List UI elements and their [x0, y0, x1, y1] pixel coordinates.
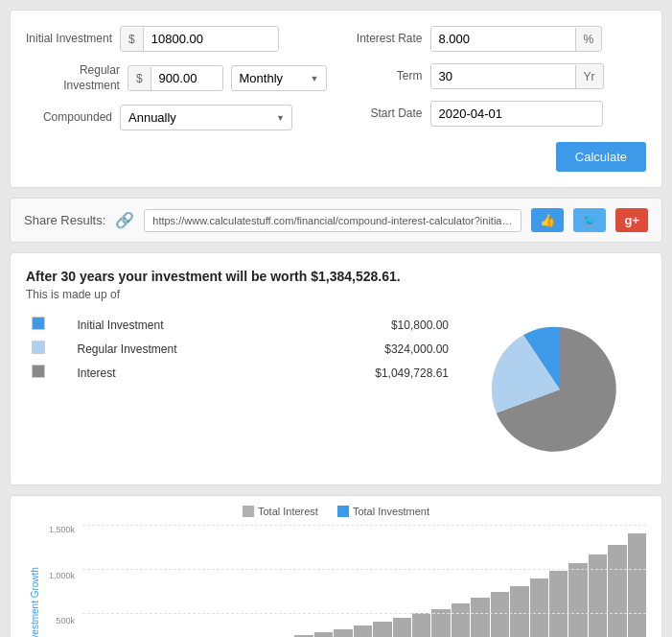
bar-group: [589, 554, 607, 637]
results-headline: After 30 years your investment will be w…: [26, 269, 646, 284]
bar-group: [568, 563, 587, 637]
share-url[interactable]: https://www.calculatestuff.com/financial…: [144, 209, 521, 232]
interest-rate-suffix: %: [575, 28, 602, 51]
bar-interest: [471, 598, 489, 637]
frequency-select-wrap: Monthly Weekly Fortnightly Yearly: [231, 65, 327, 91]
term-label: Term: [346, 69, 423, 84]
calculate-btn-row: Calculate: [346, 142, 647, 172]
term-input[interactable]: [431, 64, 575, 88]
bar-interest: [334, 629, 352, 637]
term-input-group: Yr: [430, 63, 604, 89]
bar-group: [471, 598, 489, 637]
bar-group: [334, 629, 352, 637]
initial-investment-input-group: $: [120, 26, 279, 52]
initial-investment-label: Initial Investment: [26, 32, 112, 47]
legend-interest-swatch: [243, 506, 254, 517]
result-swatch-cell: [26, 313, 71, 337]
frequency-select[interactable]: Monthly Weekly Fortnightly Yearly: [231, 65, 327, 91]
bar-group: [373, 622, 391, 637]
bar-group: [608, 545, 626, 637]
bar-group: [314, 632, 333, 637]
bar-interest: [431, 609, 450, 637]
term-suffix: Yr: [575, 65, 603, 88]
compounded-row: Compounded Annually Semi-Annually Quarte…: [26, 105, 327, 130]
result-label: Interest: [71, 361, 274, 385]
legend-investment-swatch: [337, 506, 349, 517]
result-value: $10,800.00: [274, 313, 454, 337]
initial-investment-input[interactable]: [144, 27, 278, 51]
interest-rate-row: Interest Rate %: [346, 26, 647, 52]
result-label: Regular Investment: [71, 337, 274, 361]
regular-investment-label: Regular Investment: [26, 63, 120, 93]
start-date-row: Start Date: [346, 101, 647, 127]
y-axis-label: Investment Growth: [26, 525, 40, 637]
gplus-button[interactable]: g+: [615, 208, 648, 232]
bar-group: [393, 618, 411, 637]
start-date-label: Start Date: [346, 106, 423, 122]
bar-interest: [393, 618, 411, 637]
bar-interest: [568, 563, 587, 637]
result-color-swatch: [32, 317, 45, 330]
result-label: Initial Investment: [71, 313, 274, 337]
pie-chart: [474, 313, 646, 469]
results-body: Initial Investment $10,800.00 Regular In…: [26, 313, 646, 469]
interest-rate-input-group: %: [430, 26, 603, 52]
bar-interest: [491, 592, 509, 637]
bar-interest: [589, 554, 607, 637]
bar-group: [549, 571, 568, 637]
result-value: $324,000.00: [274, 337, 454, 361]
bar-interest: [314, 632, 333, 637]
bar-group: [431, 609, 450, 637]
chart-area: 1,500k 1,000k 500k 0k 202020252030203520…: [40, 525, 646, 637]
result-swatch-cell: [26, 337, 71, 361]
bar-interest: [373, 622, 391, 637]
bar-interest: [452, 603, 470, 637]
initial-investment-prefix: $: [121, 28, 144, 51]
bar-interest: [510, 586, 528, 637]
bar-group: [628, 533, 646, 637]
compounded-select-wrap: Annually Semi-Annually Quarterly Monthly…: [120, 105, 292, 130]
regular-investment-input-group: $: [127, 65, 223, 91]
legend-interest: Total Interest: [243, 506, 318, 517]
bar-group: [452, 603, 470, 637]
regular-investment-input[interactable]: [151, 66, 223, 90]
result-color-swatch: [32, 341, 45, 354]
result-swatch-cell: [26, 361, 71, 385]
chart-section: Total Interest Total Investment Investme…: [10, 495, 662, 637]
calculate-button[interactable]: Calculate: [556, 142, 646, 172]
regular-investment-prefix: $: [128, 67, 151, 90]
bar-group: [491, 592, 509, 637]
legend-interest-label: Total Interest: [258, 506, 318, 517]
results-row: Regular Investment $324,000.00: [26, 337, 454, 361]
bar-interest: [354, 625, 372, 637]
results-sub: This is made up of: [26, 288, 646, 301]
interest-rate-input[interactable]: [431, 27, 575, 51]
term-row: Term Yr: [346, 63, 647, 89]
bar-chart-wrap: Investment Growth 1,500k 1,000k 500k 0k: [26, 525, 646, 637]
bar-interest: [549, 571, 568, 637]
share-section: Share Results: 🔗 https://www.calculatest…: [10, 198, 662, 243]
bars-inner: [40, 525, 646, 637]
compounded-select[interactable]: Annually Semi-Annually Quarterly Monthly…: [120, 105, 292, 130]
twitter-button[interactable]: 🐦: [573, 208, 606, 232]
bar-interest: [530, 578, 548, 637]
results-row: Interest $1,049,728.61: [26, 361, 454, 385]
results-card: After 30 years your investment will be w…: [10, 252, 662, 485]
regular-investment-row: Regular Investment $ Monthly Weekly Fort…: [26, 63, 327, 93]
interest-rate-label: Interest Rate: [346, 32, 423, 47]
results-table: Initial Investment $10,800.00 Regular In…: [26, 313, 454, 385]
compounded-label: Compounded: [26, 110, 112, 126]
like-button[interactable]: 👍: [531, 208, 564, 232]
bar-group: [510, 586, 528, 637]
bar-group: [412, 613, 430, 637]
bar-group: [530, 578, 548, 637]
legend-investment: Total Investment: [337, 506, 429, 517]
bar-group: [354, 625, 372, 637]
initial-investment-row: Initial Investment $: [26, 26, 327, 52]
result-value: $1,049,728.61: [274, 361, 454, 385]
link-icon: 🔗: [115, 211, 134, 229]
start-date-input[interactable]: [430, 101, 603, 127]
bar-interest: [412, 613, 430, 637]
share-label: Share Results:: [24, 213, 105, 227]
result-color-swatch: [32, 365, 45, 378]
